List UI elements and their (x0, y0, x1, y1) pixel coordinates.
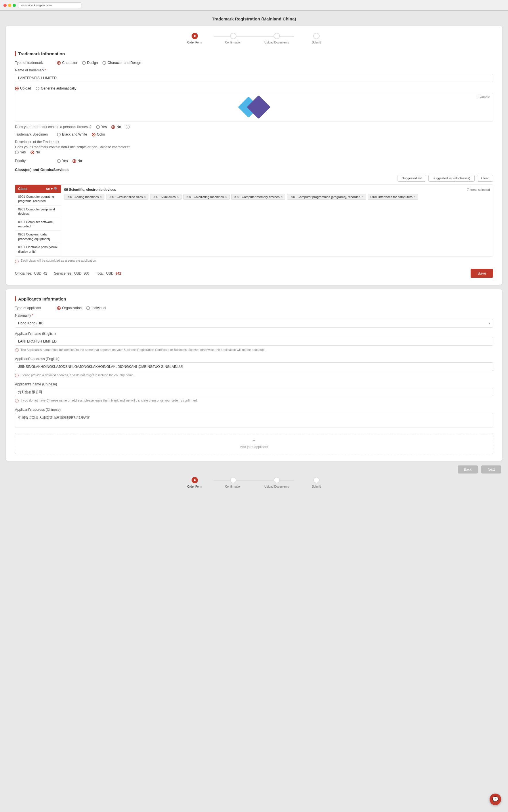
tag-item: 0901 Adding machines × (64, 194, 104, 200)
radio-nl-no-label: No (36, 150, 40, 154)
class-item[interactable]: 0901 Computer operating programs, record… (15, 193, 61, 205)
radio-priority-yes[interactable]: Yes (57, 159, 68, 163)
maximize-dot[interactable] (13, 4, 16, 7)
radio-nl-no-input[interactable] (31, 151, 34, 154)
stepper-item-order-form[interactable]: Order Form (187, 33, 202, 44)
tag-remove-icon[interactable]: × (414, 195, 416, 199)
bottom-stepper-item-2[interactable]: Confirmation (225, 477, 241, 488)
radio-likeness-yes-label: Yes (101, 125, 107, 129)
tag-remove-icon[interactable]: × (144, 195, 146, 199)
radio-character[interactable]: Character (57, 61, 77, 65)
person-likeness-group: Yes No ? (96, 125, 130, 129)
radio-color[interactable]: Color (92, 132, 105, 136)
bottom-stepper-item-3[interactable]: Upload Documents (264, 477, 289, 488)
class-items-list: 0901 Computer operating programs, record… (15, 193, 61, 256)
close-dot[interactable] (3, 4, 7, 7)
radio-org-input[interactable] (57, 306, 61, 310)
trademark-name-input[interactable] (15, 74, 493, 82)
next-button[interactable]: Next (481, 465, 501, 474)
tag-remove-icon[interactable]: × (362, 195, 364, 199)
specimen-label: Trademark Specimen (15, 132, 52, 136)
radio-priority-no[interactable]: No (73, 159, 82, 163)
minimize-dot[interactable] (8, 4, 11, 7)
suggested-list-button[interactable]: Suggested list (397, 175, 426, 181)
radio-generate-input[interactable] (36, 87, 39, 90)
radio-design[interactable]: Design (82, 61, 98, 65)
class-dropdown[interactable]: All ▾ 🔍 (46, 187, 58, 191)
stepper-item-confirmation[interactable]: Confirmation (225, 33, 241, 44)
radio-likeness-yes-input[interactable] (96, 125, 100, 129)
stepper-label-4: Submit (312, 41, 321, 44)
radio-design-input[interactable] (82, 61, 86, 65)
description-row: Description of the Trademark Does your T… (15, 140, 493, 157)
class-item[interactable]: 0901 Couplers [data processing equipment… (15, 231, 61, 243)
tag-remove-icon[interactable]: × (281, 195, 283, 199)
question-icon[interactable]: ? (126, 125, 130, 129)
radio-upload-label: Upload (20, 86, 31, 90)
class-item[interactable]: 0901 Computer software, recorded (15, 218, 61, 231)
back-button[interactable]: Back (458, 465, 478, 474)
radio-likeness-no[interactable]: No (111, 125, 121, 129)
radio-org[interactable]: Organization (57, 306, 82, 310)
tag-item: 0901 Computer memory devices × (231, 194, 285, 200)
specimen-row: Trademark Specimen Black and White Color (15, 132, 493, 136)
tag-label: 0901 Computer programmes [programs], rec… (290, 195, 361, 199)
trademark-section-title: Trademark Information (15, 51, 493, 56)
radio-upload-input[interactable] (15, 87, 19, 90)
stepper-label-2: Confirmation (225, 41, 241, 44)
tag-label: 0901 Computer memory devices (234, 195, 280, 199)
radio-nl-yes-input[interactable] (15, 151, 19, 154)
radio-bw[interactable]: Black and White (57, 132, 87, 136)
stepper-item-submit[interactable]: Submit (312, 33, 321, 44)
bottom-stepper-circle-1 (192, 477, 198, 483)
person-likeness-label: Does your trademark contain a person's l… (15, 125, 91, 129)
tag-remove-icon[interactable]: × (177, 195, 179, 199)
radio-character-design[interactable]: Character and Design (102, 61, 141, 65)
radio-nl-yes[interactable]: Yes (15, 150, 26, 154)
bottom-stepper-container: Order Form Confirmation Upload Documents… (6, 477, 502, 488)
class-item[interactable]: 0901 Computer peripheral devices (15, 205, 61, 218)
browser-url[interactable]: eservice.kangxin.com (18, 2, 81, 8)
suggested-list-all-button[interactable]: Suggested list (all-classes) (428, 175, 475, 181)
tag-remove-icon[interactable]: × (225, 195, 227, 199)
bottom-stepper-item-1[interactable]: Order Form (187, 477, 202, 488)
upload-area[interactable]: Example (15, 93, 493, 121)
address-en-input[interactable] (15, 362, 493, 371)
example-link[interactable]: Example (477, 95, 490, 99)
radio-likeness-no-input[interactable] (111, 125, 115, 129)
name-en-block: Applicant's name (English) ⓘ The Applica… (15, 332, 493, 353)
radio-bw-input[interactable] (57, 133, 61, 136)
stepper-item-upload[interactable]: Upload Documents (264, 33, 289, 44)
clear-button[interactable]: Clear (477, 175, 493, 181)
description-label: Description of the Trademark (15, 140, 493, 144)
info-row: ⓘ Each class will be submitted as a sepa… (15, 259, 493, 264)
trademark-name-label: Name of trademark (15, 68, 493, 72)
name-cn-label: Applicant's name (Chinese) (15, 382, 493, 386)
tag-remove-icon[interactable]: × (100, 195, 102, 199)
search-icon[interactable]: 🔍 (54, 187, 58, 191)
page-title: Trademark Registration (Mainland China) (6, 16, 502, 21)
name-en-input[interactable] (15, 337, 493, 346)
address-cn-input[interactable]: 中国香港新界大埔南菜山庄南茨彩里7组1座A室 (15, 413, 493, 428)
bottom-stepper-item-4[interactable]: Submit (312, 477, 321, 488)
radio-individual-input[interactable] (86, 306, 90, 310)
name-cn-input[interactable] (15, 388, 493, 396)
radio-nl-no[interactable]: No (31, 150, 40, 154)
radio-character-design-input[interactable] (102, 61, 106, 65)
add-joint-button[interactable]: + Add joint applicant (15, 433, 493, 454)
fee-details: Official fee: USD 42 Service fee: USD 30… (15, 272, 121, 276)
classes-title: Class(es) and Goods/Services (15, 167, 493, 172)
nationality-select[interactable]: Hong Kong (HK) (15, 319, 493, 328)
radio-priority-yes-input[interactable] (57, 159, 61, 163)
radio-character-input[interactable] (57, 61, 61, 65)
radio-priority-no-input[interactable] (73, 159, 76, 163)
radio-likeness-yes[interactable]: Yes (96, 125, 107, 129)
radio-generate[interactable]: Generate automatically (36, 86, 76, 90)
radio-upload[interactable]: Upload (15, 86, 31, 90)
class-item[interactable]: 0901 Electronic pens [visual display uni… (15, 243, 61, 256)
save-button[interactable]: Save (471, 269, 493, 278)
radio-individual[interactable]: Individual (86, 306, 106, 310)
class-item[interactable]: 0901 Encoded magnetic cards (15, 256, 61, 256)
address-en-warning: Please provide a detailed address, and d… (20, 373, 134, 378)
radio-color-input[interactable] (92, 133, 95, 136)
